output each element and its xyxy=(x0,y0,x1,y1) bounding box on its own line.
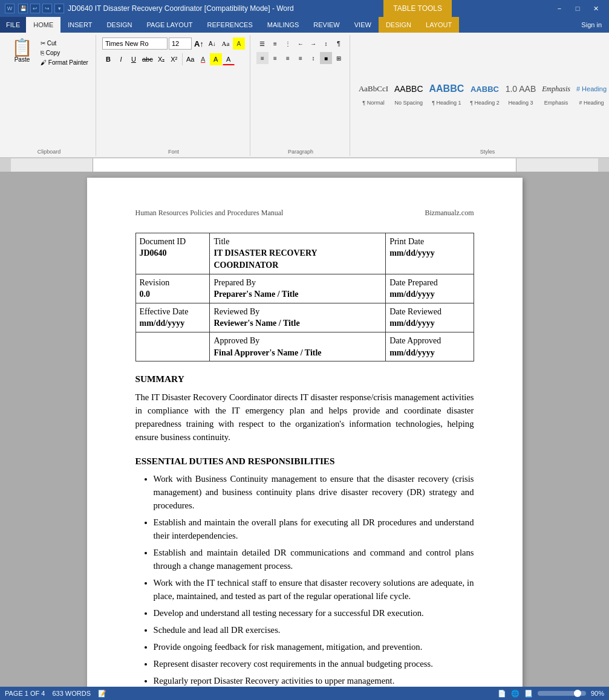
font-selector-row: A↑ A↓ Aa A xyxy=(102,37,245,50)
font-group: A↑ A↓ Aa A B I U abc X₂ X² Aa A A A xyxy=(97,35,250,156)
view-web-icon[interactable]: 🌐 xyxy=(511,690,519,698)
align-left-button[interactable]: ≡ xyxy=(256,52,269,64)
customize-icon[interactable]: ▾ xyxy=(54,4,64,13)
list-item: Establish and maintain detailed DR commu… xyxy=(154,546,474,572)
superscript-button[interactable]: X² xyxy=(168,53,180,65)
increase-indent-button[interactable]: → xyxy=(307,37,319,50)
table-row: Revision 0.0 Prepared By Preparer's Name… xyxy=(135,274,474,303)
justify-button[interactable]: ≡ xyxy=(295,52,307,64)
redo-icon[interactable]: ↪ xyxy=(42,4,52,13)
style-normal[interactable]: AaBbCcI ¶ Normal xyxy=(356,76,391,108)
page: Human Resources Policies and Procedures … xyxy=(87,178,523,700)
style-heading2-preview: AABBC xyxy=(471,85,499,94)
shading-button[interactable]: ■ xyxy=(320,52,332,64)
list-item: Develop and understand all testing neces… xyxy=(154,606,474,620)
tab-table-layout[interactable]: LAYOUT xyxy=(418,17,459,33)
text-effects-button[interactable]: A xyxy=(197,53,209,65)
proofing-icon: 📝 xyxy=(98,690,106,698)
paste-icon: 📋 xyxy=(11,39,33,56)
view-draft-icon[interactable]: 📃 xyxy=(524,690,533,698)
format-painter-button[interactable]: 🖌 Format Painter xyxy=(38,58,91,67)
font-size-input[interactable] xyxy=(169,37,192,50)
essential-bullets-list: Work with Business Continuity management… xyxy=(154,472,474,700)
list-item: Work with the IT technical staff to ensu… xyxy=(154,576,474,603)
style-emphasis-label: Emphasis xyxy=(544,100,568,106)
tab-file[interactable]: FILE xyxy=(0,17,26,33)
undo-icon[interactable]: ↩ xyxy=(30,4,40,13)
sort-button[interactable]: ↕ xyxy=(320,37,332,50)
line-spacing-button[interactable]: ↕ xyxy=(307,52,319,64)
doc-id-label: Document ID xyxy=(140,236,206,248)
styles-gallery: AaBbCcI ¶ Normal AABBC No Spacing AABBC xyxy=(356,37,609,146)
font-grow-button[interactable]: A↑ xyxy=(193,37,205,50)
tab-mailings[interactable]: MAILINGS xyxy=(260,17,307,33)
tab-references[interactable]: REFERENCES xyxy=(200,17,260,33)
style-heading-hash[interactable]: # Heading # Heading xyxy=(574,76,609,108)
status-left: PAGE 1 OF 4 633 WORDS 📝 xyxy=(5,690,106,698)
tab-review[interactable]: REVIEW xyxy=(306,17,347,33)
date-prepared-label: Date Prepared xyxy=(389,277,469,289)
align-center-button[interactable]: ≡ xyxy=(269,52,281,64)
paste-button[interactable]: 📋 Paste xyxy=(7,37,37,65)
maximize-button[interactable]: □ xyxy=(569,0,586,17)
underline-button[interactable]: U xyxy=(128,53,140,65)
text-highlight-button[interactable]: A xyxy=(233,37,245,50)
bold-button[interactable]: B xyxy=(102,53,114,65)
style-heading1[interactable]: AABBC ¶ Heading 1 xyxy=(427,76,467,108)
approved-by-value: Final Approver's Name / Title xyxy=(213,347,382,359)
font-shrink-button[interactable]: A↓ xyxy=(206,37,218,50)
minimize-button[interactable]: − xyxy=(551,0,568,17)
sign-in-button[interactable]: Sign in xyxy=(574,17,609,33)
cut-button[interactable]: ✂ Cut xyxy=(38,39,91,48)
text-highlight-btn2[interactable]: A xyxy=(210,53,222,65)
save-icon[interactable]: 💾 xyxy=(18,4,28,13)
summary-text: The IT Disaster Recovery Coordinator dir… xyxy=(135,391,474,444)
italic-button[interactable]: I xyxy=(115,53,127,65)
style-no-spacing[interactable]: AABBC No Spacing xyxy=(392,76,425,108)
copy-button[interactable]: ⎘ Copy xyxy=(38,48,91,57)
zoom-slider[interactable] xyxy=(538,691,586,696)
font-color-button[interactable]: A xyxy=(223,53,235,65)
numbering-button[interactable]: ≡ xyxy=(269,37,281,50)
tab-design[interactable]: DESIGN xyxy=(99,17,139,33)
style-heading2[interactable]: AABBC ¶ Heading 2 xyxy=(467,76,501,108)
effective-date-label: Effective Date xyxy=(140,306,206,318)
style-heading2-label: ¶ Heading 2 xyxy=(470,100,499,106)
tab-page-layout[interactable]: PAGE LAYOUT xyxy=(140,17,200,33)
reviewed-by-label: Reviewed By xyxy=(213,306,382,318)
align-right-button[interactable]: ≡ xyxy=(282,52,294,64)
title-value: IT DISASTER RECOVERY COORDINATOR xyxy=(213,247,382,271)
show-marks-button[interactable]: ¶ xyxy=(333,37,345,50)
tab-home[interactable]: HOME xyxy=(26,17,60,33)
view-print-icon[interactable]: 📄 xyxy=(498,690,506,698)
bullets-button[interactable]: ☰ xyxy=(256,37,269,50)
clear-format-button[interactable]: Aa xyxy=(220,37,232,50)
summary-heading: SUMMARY xyxy=(135,372,474,385)
header-left: Human Resources Policies and Procedures … xyxy=(135,208,284,218)
strikethrough-button[interactable]: abc xyxy=(140,53,155,65)
tab-insert[interactable]: INSERT xyxy=(60,17,99,33)
style-emphasis[interactable]: Emphasis Emphasis xyxy=(539,76,573,108)
ribbon: FILE HOME INSERT DESIGN PAGE LAYOUT REFE… xyxy=(0,17,609,158)
multi-level-button[interactable]: ⋮ xyxy=(282,37,294,50)
font-name-input[interactable] xyxy=(102,37,168,50)
header-right: Bizmanualz.com xyxy=(425,208,474,218)
ruler-white-area xyxy=(93,158,516,172)
zoom-percent: 90% xyxy=(591,690,604,697)
style-heading3[interactable]: 1.0 AAB Heading 3 xyxy=(503,76,539,108)
clipboard-label: Clipboard xyxy=(6,147,92,155)
font-label: Font xyxy=(101,147,246,155)
close-button[interactable]: ✕ xyxy=(587,0,604,17)
decrease-indent-button[interactable]: ← xyxy=(295,37,307,50)
tab-view[interactable]: VIEW xyxy=(347,17,379,33)
text-case-button[interactable]: Aa xyxy=(184,53,197,65)
tab-table-design[interactable]: DESIGN xyxy=(379,17,418,33)
list-item: Schedule and lead all DR exercises. xyxy=(154,623,474,637)
borders-button[interactable]: ⊞ xyxy=(333,52,345,64)
styles-label: Styles xyxy=(355,147,609,155)
paragraph-controls: ☰ ≡ ⋮ ← → ↕ ¶ ≡ ≡ ≡ ≡ ↕ ■ ⊞ xyxy=(255,36,346,147)
subscript-button[interactable]: X₂ xyxy=(155,53,168,65)
style-no-spacing-preview: AABBC xyxy=(394,84,423,94)
title-bar-left: W 💾 ↩ ↪ ▾ JD0640 IT Disaster Recovery Co… xyxy=(5,4,294,13)
word-icon: W xyxy=(5,4,15,13)
